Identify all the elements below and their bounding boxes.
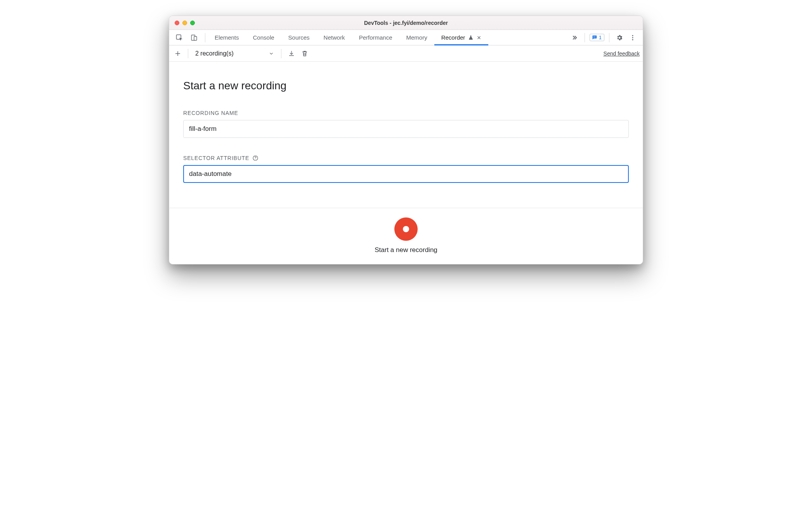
divider [188,49,188,58]
page-title: Start a new recording [183,80,629,92]
record-icon [403,226,409,232]
start-recording-label: Start a new recording [375,246,437,254]
recordings-dropdown[interactable]: 2 recording(s) [193,49,276,59]
help-icon[interactable] [252,155,259,161]
inspect-element-icon[interactable] [174,32,185,43]
tab-sources[interactable]: Sources [281,30,317,45]
svg-rect-2 [194,37,197,40]
minimize-window-button[interactable] [182,21,187,25]
close-window-button[interactable] [175,21,179,25]
selector-attribute-label: SELECTOR ATTRIBUTE [183,155,629,161]
tab-network[interactable]: Network [317,30,352,45]
recorder-toolbar: 2 recording(s) Send feedback [169,45,643,62]
recordings-dropdown-label: 2 recording(s) [195,50,234,57]
zoom-window-button[interactable] [190,21,195,25]
recorder-footer: Start a new recording [169,208,643,264]
selector-attribute-field: SELECTOR ATTRIBUTE [183,155,629,183]
kebab-menu-icon[interactable] [627,32,638,43]
tab-label: Recorder [441,34,465,41]
flask-icon [468,35,474,40]
tab-console[interactable]: Console [246,30,281,45]
tab-label: Console [253,34,274,41]
divider [281,49,281,58]
recording-name-field: RECORDING NAME [183,110,629,138]
tab-label: Network [324,34,345,41]
new-recording-icon[interactable] [172,48,183,59]
device-toolbar-icon[interactable] [189,32,200,43]
svg-point-6 [632,39,633,40]
divider [585,33,585,42]
svg-rect-3 [593,37,595,37]
recorder-content: Start a new recording RECORDING NAME SEL… [169,62,643,208]
start-recording-button[interactable] [394,217,418,241]
tabs: Elements Console Sources Network Perform… [208,30,569,45]
settings-icon[interactable] [614,32,625,43]
devtools-tabstrip: Elements Console Sources Network Perform… [169,30,643,45]
send-feedback-link[interactable]: Send feedback [604,50,640,57]
devtools-window: DevTools - jec.fyi/demo/recorder Element… [169,16,643,264]
selector-attribute-input[interactable] [183,165,629,183]
traffic-lights [175,21,195,25]
svg-point-4 [632,35,633,36]
divider [609,33,609,42]
svg-point-5 [632,37,633,38]
issues-badge[interactable]: 1 [590,34,604,41]
export-icon[interactable] [286,48,297,59]
tab-label: Memory [406,34,427,41]
tab-label: Sources [288,34,310,41]
tab-label: Performance [359,34,392,41]
tab-label: Elements [215,34,239,41]
tab-performance[interactable]: Performance [352,30,399,45]
recording-name-label: RECORDING NAME [183,110,629,116]
svg-point-8 [255,159,256,160]
delete-icon[interactable] [299,48,310,59]
selector-attribute-label-text: SELECTOR ATTRIBUTE [183,155,249,161]
issues-count: 1 [599,35,602,40]
tab-recorder[interactable]: Recorder [434,30,489,45]
tab-elements[interactable]: Elements [208,30,246,45]
chevron-down-icon [269,51,274,56]
tab-memory[interactable]: Memory [399,30,434,45]
titlebar: DevTools - jec.fyi/demo/recorder [169,16,643,30]
more-tabs-icon[interactable] [569,32,580,43]
recording-name-input[interactable] [183,120,629,138]
close-tab-icon[interactable] [477,35,481,40]
divider [205,33,205,42]
window-title: DevTools - jec.fyi/demo/recorder [169,20,643,26]
message-icon [592,35,597,40]
